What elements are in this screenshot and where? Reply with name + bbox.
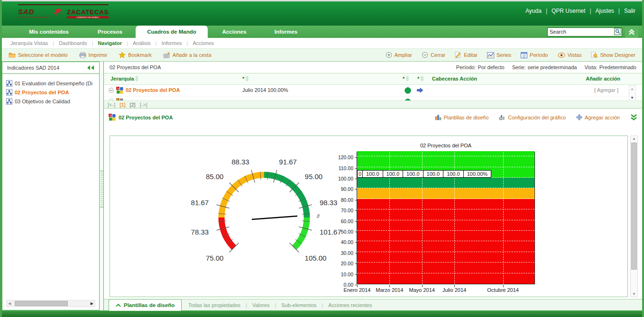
row-element-link[interactable]: 02 Proyectos del POA xyxy=(126,87,180,93)
link-ayuda[interactable]: Ayuda xyxy=(525,8,542,14)
context-serie[interactable]: Serie: serie predeterminada xyxy=(512,64,577,70)
tab-mis-contenidos[interactable]: Mis contenidos xyxy=(13,26,84,38)
scroll-down-arrow-icon[interactable]: ▼ xyxy=(630,96,634,100)
bookmark-label: Bookmark xyxy=(128,52,152,58)
chart-config-button[interactable]: Configuración del gráfico xyxy=(499,114,566,120)
periodo-button[interactable]: Período xyxy=(521,52,548,58)
tab-informes[interactable]: Informes xyxy=(261,26,311,38)
splitter-grip[interactable] xyxy=(375,109,384,111)
bookmark-button[interactable]: Bookmark xyxy=(119,52,152,58)
scorecard-doc-icon xyxy=(6,80,12,87)
band-chart-plot: 0.0010.0020.0030.0040.0050.0060.0070.008… xyxy=(357,152,535,284)
sidebar-horizontal-scrollbar[interactable]: ◀ ▶ xyxy=(6,300,95,307)
scroll-left-arrow-icon[interactable]: ◀ xyxy=(8,301,11,306)
scroll-up-arrow-icon[interactable]: ▲ xyxy=(632,136,636,141)
page-prev-button[interactable]: [<-] xyxy=(108,102,115,108)
column-jerarquia[interactable]: Jerarquía ◇◇ xyxy=(110,76,138,82)
print-button[interactable]: Imprimir xyxy=(79,52,108,58)
svg-text:75.00: 75.00 xyxy=(206,254,224,262)
subnav-separator: | xyxy=(127,40,128,46)
toolbar: Seleccione el modelo Imprimir Bookmark xyxy=(2,48,642,62)
link-qpr-usernet[interactable]: QPR Usernet xyxy=(552,8,585,14)
y-axis-tick-label: 100.00 xyxy=(329,176,353,181)
page-2-button[interactable]: [2] xyxy=(129,102,135,108)
context-periodo[interactable]: Período: Por defecto xyxy=(456,64,505,70)
brand-sad: SAD SECRETARIA DE ADMINISTRACION xyxy=(18,8,50,18)
series-value-label: 100.0 xyxy=(383,170,404,178)
collapse-sidebar-button[interactable] xyxy=(87,65,94,70)
sort-icon[interactable]: ◇◇ xyxy=(421,76,423,81)
series-button[interactable]: Series xyxy=(487,52,511,58)
subnav-jerarquia-vistas[interactable]: Jerarquía Vistas xyxy=(10,40,48,46)
svg-text:81.67: 81.67 xyxy=(191,199,209,207)
page-1-button[interactable]: [1] xyxy=(120,102,125,108)
table-row: 02 Proyectos del POA Julio 2014 100.00% … xyxy=(104,85,642,96)
bottom-tab-propiedades[interactable]: Todas las propiedades xyxy=(188,302,240,308)
cerrar-button[interactable]: Cerrar xyxy=(422,52,445,58)
tree-item-02-proyectos[interactable]: 02 Proyectos del POA xyxy=(6,88,97,97)
tab-cuadros-de-mando[interactable]: Cuadros de Mando xyxy=(136,26,208,38)
bottom-tab-valores[interactable]: Valores xyxy=(252,302,269,308)
column-anadir-accion: Añadir acción xyxy=(586,76,620,82)
scrollbar-thumb[interactable] xyxy=(15,301,68,306)
scorecard-tree: 01 Evaluation del Desempeño (Di 02 Proye… xyxy=(2,74,99,106)
splitter-grip[interactable] xyxy=(360,109,368,111)
design-templates-button[interactable]: Plantillas de diseño xyxy=(435,114,489,120)
context-vista[interactable]: Vista: Predeterminado xyxy=(584,64,636,70)
add-action-button[interactable]: Agregar acción xyxy=(576,114,620,120)
page-next-button[interactable]: [->] xyxy=(140,102,147,108)
agregar-action-button[interactable]: [ Agregar ] xyxy=(594,87,618,93)
subnav-analisis[interactable]: Análisis xyxy=(133,40,151,46)
search-input[interactable] xyxy=(547,27,622,36)
tree-item-03-objetivos[interactable]: 03 Objetivos de Calidad xyxy=(6,97,97,106)
y-axis-tick-label: 50.00 xyxy=(329,229,353,235)
table-vertical-scrollbar[interactable]: ▲ ▼ xyxy=(629,85,636,101)
ampliar-button[interactable]: Ampliar xyxy=(386,52,412,58)
collapse-row-icon[interactable] xyxy=(109,99,114,100)
splitter-grip[interactable] xyxy=(100,171,103,208)
column-status[interactable]: * ◇◇ xyxy=(403,76,409,82)
search-button[interactable] xyxy=(614,28,621,35)
editar-button[interactable]: Editar xyxy=(455,52,478,58)
bottom-tab-subelementos[interactable]: Sub-elementos xyxy=(281,302,316,308)
scroll-up-arrow-icon[interactable]: ▲ xyxy=(630,87,634,91)
show-designer-button[interactable]: Show Designer xyxy=(591,52,635,58)
tree-item-01-evaluation[interactable]: 01 Evaluation del Desempeño (Di xyxy=(6,79,97,88)
subnav-acciones[interactable]: Acciones xyxy=(193,40,214,46)
scroll-down-arrow-icon[interactable]: ▼ xyxy=(632,292,636,296)
bottom-tab-plantillas[interactable]: Plantillas de diseño xyxy=(109,299,182,311)
horizontal-splitter[interactable] xyxy=(104,109,642,111)
chart-vertical-scrollbar[interactable]: ▲ ▼ xyxy=(630,136,638,297)
x-axis-tick-label: Enero 2014 xyxy=(344,287,371,293)
scrollbar-thumb[interactable] xyxy=(631,143,637,270)
link-ajustes[interactable]: Ajustes xyxy=(596,8,614,14)
tab-acciones[interactable]: Acciones xyxy=(208,26,261,38)
subnav-informes[interactable]: Informes xyxy=(162,40,182,46)
tab-procesos[interactable]: Procesos xyxy=(84,26,136,38)
svg-text:105.00: 105.00 xyxy=(305,254,327,262)
y-axis-tick-label: 40.00 xyxy=(329,239,353,245)
select-model-button[interactable]: Seleccione el modelo xyxy=(9,52,68,58)
column-value[interactable]: * ◇◇ xyxy=(242,76,248,82)
column-trend[interactable]: * ◇◇ xyxy=(417,76,423,82)
toolbar-right-group: Ampliar Cerrar Editar xyxy=(386,52,635,58)
column-status-label: * xyxy=(403,76,405,82)
double-chevron-down-icon[interactable] xyxy=(630,114,637,120)
spiral-logo-icon xyxy=(53,7,64,18)
collapse-row-icon[interactable] xyxy=(109,88,114,93)
bottom-tab-acciones-recientes[interactable]: Acciones recientes xyxy=(328,302,372,308)
subnav-dashboards[interactable]: Dashboards xyxy=(59,40,87,46)
sort-icon[interactable]: ◇◇ xyxy=(136,76,138,81)
sort-icon[interactable]: ◇◇ xyxy=(406,76,408,81)
vistas-button[interactable]: Vistas xyxy=(558,52,582,58)
panel-splitter[interactable] xyxy=(100,62,104,310)
link-salir[interactable]: Salir xyxy=(624,8,635,14)
add-to-basket-button[interactable]: Añadir a la cesta xyxy=(163,52,212,58)
collapse-header-button[interactable] xyxy=(625,27,638,38)
brand-state-text: ZACATECAS xyxy=(67,9,109,16)
scroll-right-arrow-icon[interactable]: ▶ xyxy=(91,301,93,306)
sort-icon[interactable]: ◇◇ xyxy=(246,76,248,81)
top-link-separator: | xyxy=(589,8,591,14)
subnav-navigator[interactable]: Navigator xyxy=(98,40,122,46)
brand-state: ZACATECAS GOBIERNO DEL ESTADO xyxy=(67,8,109,18)
